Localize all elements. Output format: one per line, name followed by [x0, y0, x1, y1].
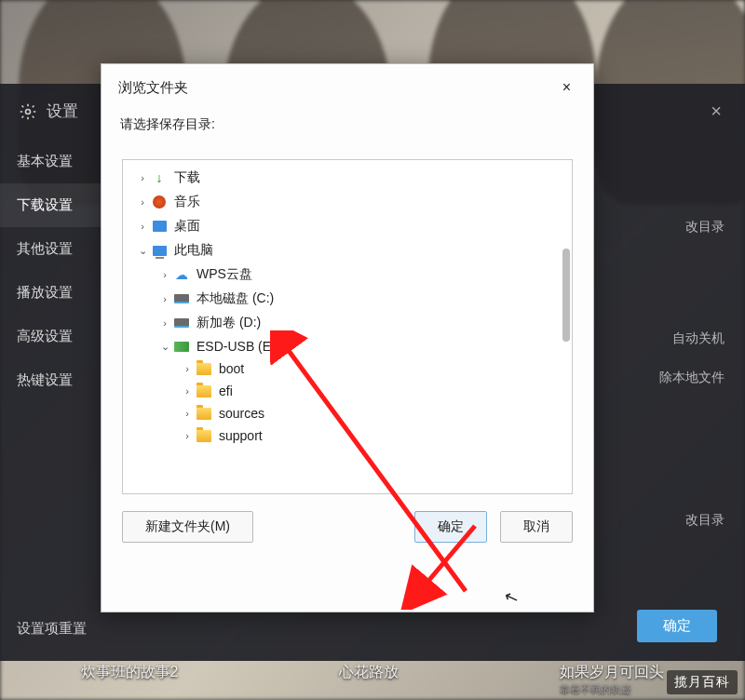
drive-icon [173, 291, 190, 306]
cloud-icon: ☁ [173, 267, 190, 282]
chevron-right-icon[interactable]: › [136, 196, 149, 208]
chevron-right-icon[interactable]: › [181, 385, 194, 397]
text-delete-local[interactable]: 除本地文件 [659, 370, 725, 386]
chevron-down-icon[interactable]: ⌄ [136, 245, 149, 257]
desktop-icon [151, 219, 168, 234]
tree-label: 下载 [172, 168, 202, 187]
chevron-right-icon[interactable]: › [181, 363, 194, 374]
dialog-prompt: 请选择保存目录: [102, 111, 593, 146]
usb-drive-icon [173, 339, 190, 354]
bottom-titles-row: 炊事班的故事2 心花路放 如果岁月可回头 靠着不羁的轨迹 [0, 663, 745, 696]
tree-label: ESD-USB (E:) [195, 338, 281, 355]
downloads-icon: ↓ [151, 170, 168, 185]
folder-icon [196, 384, 212, 398]
tree-item-support[interactable]: › support [127, 424, 568, 447]
dialog-titlebar[interactable]: 浏览文件夹 × [102, 64, 593, 111]
folder-tree-container: › ↓ 下载 › 音乐 › 桌面 ⌄ 此电脑 › ☁ [122, 159, 573, 494]
drive-icon [173, 316, 190, 330]
tree-label: efi [217, 383, 235, 399]
tree-item-desktop[interactable]: › 桌面 [127, 214, 568, 238]
tree-item-newvolume-d[interactable]: › 新加卷 (D:) [127, 311, 568, 335]
ok-button[interactable]: 确定 [414, 511, 487, 543]
tree-item-sources[interactable]: › sources [127, 402, 568, 424]
settings-title: 设置 [47, 101, 78, 122]
sidebar-item-basic[interactable]: 基本设置 [0, 140, 102, 183]
chevron-right-icon[interactable]: › [136, 172, 149, 183]
settings-reset-button[interactable]: 设置项重置 [17, 620, 87, 638]
svg-point-0 [26, 109, 31, 114]
browse-folder-dialog: 浏览文件夹 × 请选择保存目录: › ↓ 下载 › 音乐 › 桌面 ⌄ [101, 63, 594, 612]
music-icon [151, 195, 168, 209]
scrollbar-thumb[interactable] [562, 249, 570, 342]
folder-icon [196, 428, 212, 443]
thumb-title-3[interactable]: 如果岁月可回头 靠着不羁的轨迹 [560, 663, 664, 696]
tree-item-downloads[interactable]: › ↓ 下载 [127, 166, 568, 190]
tree-item-music[interactable]: › 音乐 [127, 190, 568, 214]
sidebar-item-hotkey[interactable]: 热键设置 [0, 358, 102, 402]
dialog-button-row: 新建文件夹(M) 确定 取消 [102, 511, 593, 561]
tree-item-efi[interactable]: › efi [127, 380, 568, 402]
tree-label: 本地磁盘 (C:) [195, 289, 276, 308]
watermark-badge: 揽月百科 [667, 670, 738, 694]
tree-label: support [217, 427, 264, 444]
settings-confirm-button[interactable]: 确定 [637, 610, 717, 642]
sidebar-item-playback[interactable]: 播放设置 [0, 271, 102, 315]
thumb-title-1[interactable]: 炊事班的故事2 [81, 663, 179, 696]
tree-item-wps[interactable]: › ☁ WPS云盘 [127, 262, 568, 287]
new-folder-button[interactable]: 新建文件夹(M) [122, 511, 253, 543]
tree-label: 桌面 [172, 217, 202, 236]
folder-icon [196, 406, 212, 421]
gear-icon [19, 102, 37, 121]
dialog-close-button[interactable]: × [553, 75, 580, 100]
tree-label: 此电脑 [172, 241, 215, 260]
tree-item-thispc[interactable]: ⌄ 此电脑 [127, 238, 568, 262]
cancel-button[interactable]: 取消 [500, 511, 573, 543]
text-auto-shutdown[interactable]: 自动关机 [672, 330, 725, 347]
chevron-right-icon[interactable]: › [158, 293, 171, 304]
sidebar-item-advanced[interactable]: 高级设置 [0, 315, 102, 358]
chevron-right-icon[interactable]: › [158, 269, 171, 280]
chevron-right-icon[interactable]: › [181, 408, 194, 419]
tree-label: sources [217, 405, 266, 422]
tree-item-boot[interactable]: › boot [127, 357, 568, 380]
tree-label: 新加卷 (D:) [195, 314, 263, 332]
dialog-title: 浏览文件夹 [118, 79, 188, 97]
folder-icon [196, 361, 212, 376]
tree-label: 音乐 [172, 193, 202, 211]
chevron-right-icon[interactable]: › [136, 221, 149, 232]
tree-label: boot [217, 360, 246, 377]
sidebar-item-other[interactable]: 其他设置 [0, 227, 102, 271]
text-change-dir[interactable]: 改目录 [685, 219, 725, 236]
thumb-title-2[interactable]: 心花路放 [339, 663, 399, 696]
sidebar-item-download[interactable]: 下载设置 [0, 183, 102, 227]
folder-tree: › ↓ 下载 › 音乐 › 桌面 ⌄ 此电脑 › ☁ [123, 160, 572, 452]
tree-item-esd-usb-e[interactable]: ⌄ ESD-USB (E:) [127, 335, 568, 357]
chevron-down-icon[interactable]: ⌄ [158, 341, 171, 353]
pc-icon [151, 243, 168, 258]
chevron-right-icon[interactable]: › [181, 430, 194, 441]
mouse-cursor-icon: ↖ [501, 586, 522, 610]
settings-close-button[interactable]: × [711, 101, 722, 122]
chevron-right-icon[interactable]: › [158, 317, 171, 329]
settings-sidebar: 基本设置 下载设置 其他设置 播放设置 高级设置 热键设置 [0, 140, 102, 402]
tree-item-localdisk-c[interactable]: › 本地磁盘 (C:) [127, 287, 568, 311]
tree-label: WPS云盘 [195, 265, 254, 284]
text-change-dir-2[interactable]: 改目录 [685, 512, 725, 529]
